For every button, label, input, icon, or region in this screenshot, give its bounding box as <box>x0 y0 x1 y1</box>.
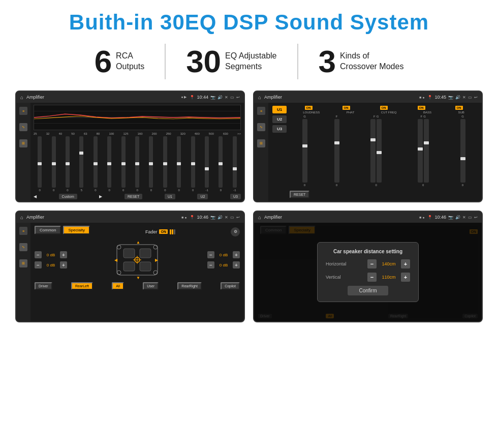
screen1-sidebar: ≡ ∿ ⊞ <box>16 103 30 201</box>
db-fr-value: 0 dB <box>216 253 231 257</box>
close-icon: ✕ <box>225 95 228 100</box>
db-fr-minus[interactable]: − <box>207 251 214 258</box>
screen2-dots: ■ ● <box>419 96 424 99</box>
location-icon: 📍 <box>190 95 195 100</box>
stats-row: 6 RCA Outputs 30 EQ Adjustable Segments … <box>15 44 483 79</box>
page-title: Buith-in 30EQ DSP Sound System <box>15 10 483 35</box>
ch-phat-slider[interactable]: F 0 <box>322 115 352 187</box>
fader-on-control: Fader ON <box>145 229 175 234</box>
horizontal-plus-button[interactable]: + <box>401 259 410 268</box>
tab-common-button[interactable]: Common <box>35 226 61 234</box>
screen-distance-dialog: ⌂ Amplifier ■ ● 📍 10:46 📷 🔊 ✕ ▭ ↩ <box>253 211 483 322</box>
unit-u3-button[interactable]: U3 <box>272 125 287 133</box>
stat-crossover-number: 3 <box>319 46 336 77</box>
crossover-sidebar-icon-2[interactable]: ∿ <box>257 123 265 131</box>
db-rr-plus[interactable]: + <box>233 261 240 268</box>
eq-u2-button[interactable]: U2 <box>197 194 208 199</box>
window-icon: ▭ <box>230 95 234 100</box>
screen-eq: ⌂ Amplifier ● ▶ 📍 10:44 📷 🔊 ✕ ▭ ↩ ≡ ∿ ⊞ <box>15 91 245 202</box>
fader-sidebar-icon-3[interactable]: ⊞ <box>19 259 27 267</box>
ch-sub-slider[interactable]: G 0 <box>448 115 478 187</box>
db-control-rr: − 0 dB + <box>207 261 240 268</box>
eq-slider-14[interactable]: -1 <box>229 136 241 192</box>
svg-rect-6 <box>123 262 135 271</box>
eq-slider-6[interactable]: 0 <box>117 136 129 192</box>
vertical-minus-button[interactable]: − <box>367 273 377 282</box>
screen3-window-icon: ▭ <box>230 215 234 220</box>
screen2-location-icon: 📍 <box>427 95 432 100</box>
btn-rearleft[interactable]: RearLeft <box>71 282 93 290</box>
eq-slider-11[interactable]: 0 <box>186 136 199 192</box>
eq-slider-0[interactable]: 0 <box>34 136 46 192</box>
crossover-channels: ON ON ON ON ON LOUDNESS PHAT CUT FREQ BA… <box>290 106 478 198</box>
eq-slider-4[interactable]: 0 <box>89 136 102 192</box>
dialog-horizontal-ctrl: − 140cm + <box>367 259 410 268</box>
crossover-sidebar-icon-3[interactable]: ⊞ <box>257 139 265 147</box>
screen3-status-icons: 📍 10:46 📷 🔊 ✕ ▭ ↩ <box>190 215 240 220</box>
btn-copilot[interactable]: Copilot <box>221 282 240 290</box>
settings-icon[interactable]: ⚙ <box>231 227 240 236</box>
screen2-topbar: ⌂ Amplifier ■ ● 📍 10:45 📷 🔊 ✕ ▭ ↩ <box>254 92 482 103</box>
eq-u3-button[interactable]: U3 <box>230 194 241 199</box>
eq-sidebar-icon-2[interactable]: ∿ <box>19 123 27 131</box>
eq-reset-button[interactable]: RESET <box>124 194 142 199</box>
btn-driver[interactable]: Driver <box>35 282 52 290</box>
db-rl-plus[interactable]: + <box>60 261 67 268</box>
ch-sub-on: ON <box>455 106 463 110</box>
fader-sidebar-icon-1[interactable]: ≡ <box>19 227 27 235</box>
screen4-topbar: ⌂ Amplifier ■ ● 📍 10:46 📷 🔊 ✕ ▭ ↩ <box>254 212 482 223</box>
unit-u2-button[interactable]: U2 <box>272 115 287 123</box>
btn-user[interactable]: User <box>143 282 159 290</box>
ch-loudness-slider[interactable]: G 0 <box>290 115 320 187</box>
screen2-home-icon: ⌂ <box>258 95 261 100</box>
ch-loudness-label: LOUDNESS <box>303 111 320 114</box>
db-fl-minus[interactable]: − <box>35 251 42 258</box>
db-rr-minus[interactable]: − <box>207 261 214 268</box>
screen1-status-icons: 📍 10:44 📷 🔊 ✕ ▭ ↩ <box>190 95 240 100</box>
unit-u1-button[interactable]: U1 <box>272 106 287 113</box>
camera-icon: 📷 <box>210 95 215 100</box>
db-rl-minus[interactable]: − <box>35 261 42 268</box>
eq-slider-9[interactable]: 0 <box>159 136 171 192</box>
screen3-location-icon: 📍 <box>190 215 195 220</box>
screen4-status-icons: 📍 10:46 📷 🔊 ✕ ▭ ↩ <box>427 215 478 220</box>
car-diagram: ▲ ▼ ◀ ▶ <box>70 240 204 280</box>
fader-left-controls: − 0 dB + − 0 dB + <box>35 240 67 280</box>
eq-slider-7[interactable]: 0 <box>131 136 143 192</box>
db-fl-plus[interactable]: + <box>60 251 67 258</box>
eq-slider-12[interactable]: -1 <box>201 136 213 192</box>
fader-sidebar-icon-2[interactable]: ∿ <box>19 243 27 251</box>
crossover-sidebar-icon-1[interactable]: ≡ <box>257 107 265 115</box>
btn-all[interactable]: All <box>112 282 124 290</box>
eq-slider-13[interactable]: 0 <box>214 136 227 192</box>
horizontal-minus-button[interactable]: − <box>367 259 377 268</box>
eq-sidebar-icon-1[interactable]: ≡ <box>19 107 27 115</box>
vertical-plus-button[interactable]: + <box>401 273 410 282</box>
db-fr-plus[interactable]: + <box>233 251 240 258</box>
eq-slider-5[interactable]: 0 <box>103 136 115 192</box>
db-control-rl: − 0 dB + <box>35 261 67 268</box>
screen4-volume-icon: 🔊 <box>455 215 460 220</box>
eq-slider-3[interactable]: 5 <box>75 136 87 192</box>
screen4-home-icon: ⌂ <box>258 215 261 220</box>
btn-rearright[interactable]: RearRight <box>177 282 202 290</box>
screen2-content: ≡ ∿ ⊞ U1 U2 U3 <box>254 103 482 201</box>
eq-slider-8[interactable]: 0 <box>145 136 157 192</box>
crossover-reset-button[interactable]: RESET <box>290 191 309 198</box>
eq-slider-10[interactable]: 0 <box>173 136 185 192</box>
eq-slider-2[interactable]: 0 <box>61 136 74 192</box>
eq-slider-1[interactable]: 0 <box>47 136 59 192</box>
svg-text:▲: ▲ <box>136 240 140 245</box>
confirm-button[interactable]: Confirm <box>348 286 388 295</box>
screen2-window-icon: ▭ <box>468 95 472 100</box>
eq-prev-button[interactable]: ◀ <box>34 194 37 199</box>
eq-mode-custom-button[interactable]: Custom <box>59 194 77 199</box>
screen-fader: ⌂ Amplifier ■ ● 📍 10:46 📷 🔊 ✕ ▭ ↩ ≡ ∿ ⊞ <box>15 211 245 322</box>
tab-specialty-button[interactable]: Specialty <box>63 226 89 234</box>
eq-u1-button[interactable]: U1 <box>165 194 175 199</box>
eq-graph <box>34 105 241 130</box>
db-rr-value: 0 dB <box>216 263 231 267</box>
eq-next-button[interactable]: ▶ <box>99 194 102 199</box>
svg-text:▶: ▶ <box>155 258 159 262</box>
eq-sidebar-icon-3[interactable]: ⊞ <box>19 139 27 147</box>
